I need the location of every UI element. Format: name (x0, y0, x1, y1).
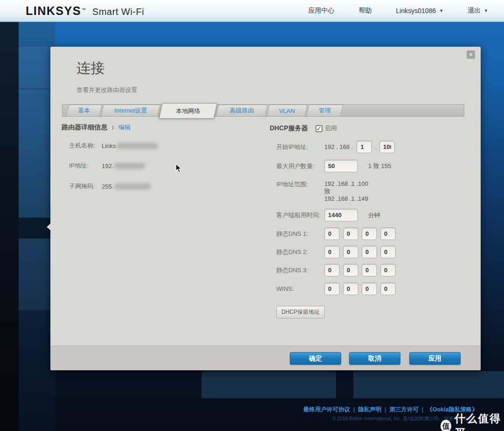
page-title: 连接 (77, 59, 105, 78)
footer-links: 最终用户许可协议|隐私声明|第三方许可|《Ookla隐私策略》 (189, 406, 478, 414)
linksys-logo: LINKSYS ™ Smart Wi-Fi (26, 4, 144, 18)
dns1-octet2-input[interactable] (343, 227, 358, 240)
wins-row: WINS: (276, 283, 396, 295)
connectivity-dialog: × 连接 查看并更改路由器设置 基本 Internet设置 本地网络 高级路由 … (50, 47, 481, 370)
menu-help-label: 帮助 (359, 7, 372, 15)
dhcp-server-heading: DHCP服务器 (270, 124, 308, 133)
max-users-label: 最大用户数量: (276, 162, 324, 170)
start-ip-label: 开始IP地址: (276, 143, 324, 151)
brand-text: LINKSYS (26, 4, 81, 18)
ip-address-value: 192. (102, 163, 113, 170)
menu-router-name[interactable]: Linksys01086 ▼ (396, 7, 444, 14)
dns3-octet2-input[interactable] (343, 264, 358, 276)
dns1-octet3-input[interactable] (362, 227, 377, 240)
ip-range-value: 192 .168 .1 .100 致 192 .168 .1 .149 (324, 180, 368, 203)
tab-management-label: 管理 (319, 106, 331, 115)
start-ip-octet3-input[interactable] (357, 141, 372, 153)
dns2-octet3-input[interactable] (362, 246, 377, 258)
cancel-button[interactable]: 取消 (349, 352, 400, 365)
max-users-input[interactable] (324, 160, 358, 172)
tab-internet-settings[interactable]: Internet设置 (101, 105, 161, 117)
page-subtitle: 查看并更改路由器设置 (77, 86, 137, 94)
footer-link-privacy[interactable]: 隐私声明 (358, 406, 381, 413)
dialog-pointer-notch (47, 223, 51, 231)
apply-button[interactable]: 应用 (409, 352, 461, 365)
edit-link[interactable]: 编辑 (119, 123, 131, 132)
footer-link-eula[interactable]: 最终用户许可协议 (303, 406, 350, 413)
ok-button[interactable]: 确定 (290, 352, 341, 365)
lease-time-label: 客户端租用时间: (276, 211, 324, 219)
lease-time-unit: 分钟 (368, 211, 380, 219)
smzdm-watermark-text: 什么值得买 (455, 411, 504, 431)
start-ip-octet4-input[interactable] (379, 141, 395, 153)
menu-logout[interactable]: 退出 ▼ (468, 7, 488, 15)
tab-local-network-label: 本地网络 (176, 107, 200, 115)
smzdm-watermark: 值 什么值得买 (441, 411, 504, 431)
dhcp-enable-checkbox[interactable]: ✓ (315, 125, 322, 132)
dns3-label: 静态DNS 3: (276, 266, 321, 275)
dns3-octet1-input[interactable] (324, 264, 340, 276)
redacted-host-name (117, 143, 158, 149)
router-details-heading: 路由器详细信息 (62, 123, 107, 132)
max-users-hint: 1 致 155 (368, 162, 391, 170)
dns1-octet1-input[interactable] (324, 227, 340, 240)
copyright-text: © 2019 Belkin International, Inc. 及/或其附属… (189, 416, 478, 422)
dns2-octet1-input[interactable] (324, 246, 340, 258)
header-divider: I (112, 124, 114, 131)
top-menu: 应用中心 帮助 Linksys01086 ▼ 退出 ▼ (308, 0, 488, 21)
footer-link-third-party[interactable]: 第三方许可 (390, 406, 419, 413)
menu-logout-label: 退出 (468, 7, 481, 15)
dns3-octet4-input[interactable] (380, 264, 396, 276)
footer-separator: | (353, 406, 355, 413)
wins-octet3-input[interactable] (362, 283, 377, 295)
chevron-down-icon: ▼ (484, 8, 488, 13)
ip-range-start: 192 .168 .1 .100 (324, 180, 368, 187)
menu-router-name-label: Linksys01086 (396, 7, 436, 14)
dhcp-reservation-button[interactable]: DHCP保留地址 (276, 306, 325, 318)
redacted-ip (114, 163, 145, 169)
tab-basic[interactable]: 基本 (66, 105, 102, 117)
chevron-down-icon: ▼ (439, 8, 443, 13)
tab-advanced-routing-label: 高级路由 (230, 106, 254, 115)
dns1-label: 静态DNS 1: (276, 230, 321, 238)
footer-separator: | (385, 406, 386, 413)
ip-range-row: IP地址范围: 192 .168 .1 .100 致 192 .168 .1 .… (276, 180, 368, 203)
dialog-footer: 确定 取消 应用 (50, 346, 481, 370)
host-name-value: Links (102, 142, 116, 149)
dhcp-enable-label: 启用 (325, 124, 337, 133)
wins-octet1-input[interactable] (324, 283, 340, 295)
subnet-mask-row: 子网掩码: 255. (69, 182, 151, 191)
ip-range-label: IP地址范围: (276, 180, 324, 189)
close-icon[interactable]: × (467, 50, 475, 59)
dns2-row: 静态DNS 2: (276, 246, 396, 258)
start-ip-row: 开始IP地址: 192 . 168 . . (276, 141, 395, 153)
tab-vlan-label: VLAN (279, 107, 295, 114)
dhcp-enable-group: ✓ 启用 (315, 124, 337, 133)
top-bar: LINKSYS ™ Smart Wi-Fi 应用中心 帮助 Linksys010… (0, 0, 504, 22)
menu-app-center-label: 应用中心 (308, 7, 335, 15)
dns2-octet2-input[interactable] (343, 246, 358, 258)
lease-time-input[interactable] (324, 209, 358, 221)
ip-range-end: 192 .168 .1 .149 (324, 195, 368, 202)
wins-octet4-input[interactable] (380, 283, 396, 295)
menu-help[interactable]: 帮助 (359, 7, 372, 15)
mouse-cursor (175, 163, 182, 175)
menu-app-center[interactable]: 应用中心 (308, 7, 335, 15)
tab-management[interactable]: 管理 (306, 105, 343, 117)
tab-advanced-routing[interactable]: 高级路由 (216, 105, 268, 117)
dns1-octet4-input[interactable] (380, 227, 396, 240)
tab-vlan[interactable]: VLAN (266, 105, 308, 117)
footer-separator: | (422, 406, 423, 413)
host-name-row: 主机名称: Links (69, 141, 158, 150)
ip-range-to: 致 (324, 188, 330, 195)
dhcp-server-header: DHCP服务器 ✓ 启用 (270, 124, 337, 133)
wins-octet2-input[interactable] (343, 283, 358, 295)
dns2-label: 静态DNS 2: (276, 248, 321, 256)
dimmed-background-panel (353, 371, 504, 398)
dns3-octet3-input[interactable] (362, 264, 377, 276)
tab-local-network[interactable]: 本地网络 (159, 103, 217, 119)
start-ip-prefix: 192 . 168 . (324, 143, 353, 150)
dns2-octet4-input[interactable] (380, 246, 396, 258)
ip-address-label: IP地址: (69, 162, 102, 170)
subnet-mask-value: 255. (102, 183, 113, 190)
